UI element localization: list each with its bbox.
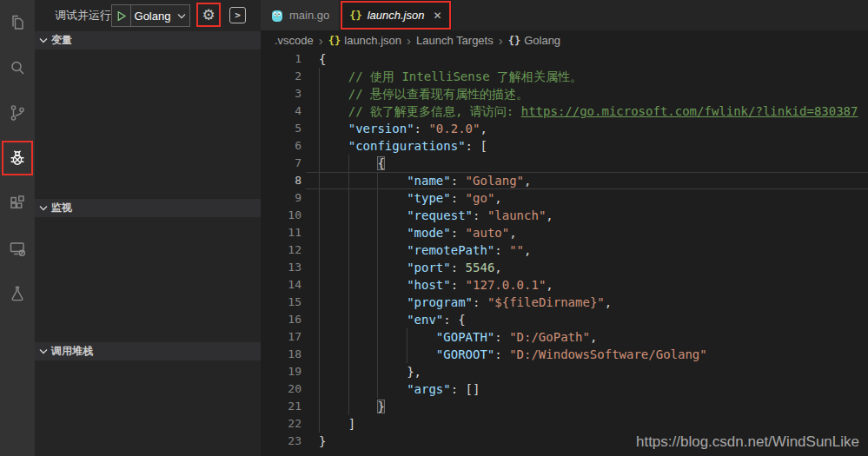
sidebar-item-extensions[interactable]: [0, 181, 35, 226]
debug-bug-icon: [7, 148, 28, 169]
breadcrumb-item-golang[interactable]: {} Golang: [508, 34, 560, 47]
line-number[interactable]: 17: [261, 328, 301, 346]
activity-bar: [0, 0, 35, 456]
breadcrumb-item-vscode[interactable]: .vscode: [275, 34, 314, 47]
indent-guide: [377, 207, 378, 224]
line-number[interactable]: 2: [261, 68, 301, 85]
indent-guide: [348, 311, 349, 328]
line-number[interactable]: 23: [261, 433, 301, 450]
code-line[interactable]: 9 "type": "go",: [261, 189, 868, 207]
line-number[interactable]: 15: [261, 294, 301, 311]
gear-icon[interactable]: ⚙: [202, 8, 215, 23]
section-header-variables[interactable]: 变量: [35, 31, 261, 50]
line-number[interactable]: 16: [261, 311, 301, 328]
breadcrumb-item-launch-targets[interactable]: Launch Targets: [416, 34, 494, 47]
line-content: "GOPATH": "D:/GoPath",: [301, 328, 868, 346]
code-line[interactable]: 5 "version": "0.2.0",: [261, 120, 868, 137]
chevron-down-icon: [39, 37, 48, 43]
code-text: }: [319, 400, 385, 413]
indent-guide: [377, 363, 378, 380]
line-number[interactable]: 8: [261, 172, 301, 189]
line-number[interactable]: 14: [261, 276, 301, 294]
indent-guide: [348, 398, 349, 415]
tab-main-go[interactable]: main.go: [261, 0, 340, 30]
line-number[interactable]: 6: [261, 137, 301, 155]
code-line[interactable]: 12 "remotePath": "",: [261, 241, 868, 259]
code-line[interactable]: 14 "host": "127.0.0.1",: [261, 276, 868, 294]
code-line[interactable]: 10 "request": "launch",: [261, 207, 868, 224]
code-line[interactable]: 19 },: [261, 363, 868, 380]
line-number[interactable]: 21: [261, 398, 301, 415]
code-token: "${fileDirname}": [487, 295, 605, 309]
code-line[interactable]: 3 // 悬停以查看现有属性的描述。: [261, 85, 868, 102]
code-line[interactable]: 11 "mode": "auto",: [261, 224, 868, 241]
sidebar-item-run-and-debug[interactable]: [0, 135, 35, 181]
sidebar-item-search[interactable]: [0, 45, 35, 90]
sidebar-item-remote-explorer[interactable]: [0, 226, 35, 271]
code-line[interactable]: 17 "GOPATH": "D:/GoPath",: [261, 328, 868, 346]
sidebar-item-explorer[interactable]: [0, 0, 35, 45]
section-header-watch[interactable]: 监视: [35, 199, 261, 217]
code-token: "args": [407, 382, 451, 396]
line-number[interactable]: 12: [261, 241, 301, 259]
line-number[interactable]: 11: [261, 224, 301, 241]
sidebar-item-testing[interactable]: [0, 271, 35, 316]
code-line[interactable]: 15 "program": "${fileDirname}",: [261, 294, 868, 311]
code-line[interactable]: 21 }: [261, 398, 868, 415]
code-line[interactable]: 4 // 欲了解更多信息, 请访问: https://go.microsoft.…: [261, 102, 868, 120]
section-label: 监视: [51, 201, 72, 215]
line-number[interactable]: 10: [261, 207, 301, 224]
section-header-call-stack[interactable]: 调用堆栈: [35, 342, 261, 360]
line-number[interactable]: 1: [261, 50, 301, 68]
indent-guide: [348, 224, 349, 241]
code-token: :: [414, 122, 429, 135]
code-line[interactable]: 16 "env": {: [261, 311, 868, 328]
code-line[interactable]: 1{: [261, 50, 868, 68]
indent-guide: [319, 68, 320, 85]
line-number[interactable]: 18: [261, 346, 301, 363]
debug-config-dropdown[interactable]: Golang: [111, 4, 190, 27]
code-token: "127.0.0.1": [466, 278, 547, 292]
code-token: ,: [494, 261, 501, 274]
code-token: "env": [407, 313, 443, 327]
code-token: "auto": [466, 226, 510, 240]
json-braces-icon: {}: [328, 35, 341, 47]
code-text: "env": {: [319, 313, 466, 327]
line-number[interactable]: 9: [261, 189, 301, 207]
code-line[interactable]: 18 "GOROOT": "D:/WindowsSoftware/Golang": [261, 346, 868, 363]
play-icon: [116, 10, 127, 22]
code-text: "configurations": [: [319, 139, 487, 153]
code-token: :: [451, 278, 466, 292]
code-token: : [: [466, 139, 487, 153]
line-number[interactable]: 13: [261, 259, 301, 276]
start-debug-button[interactable]: [112, 5, 131, 26]
line-number[interactable]: 22: [261, 415, 301, 433]
code-line[interactable]: 20 "args": []: [261, 380, 868, 398]
line-number[interactable]: 5: [261, 120, 301, 137]
breadcrumb-item-launch-json[interactable]: {} launch.json: [328, 34, 401, 47]
tab-bar: main.go {} launch.json ✕: [261, 0, 868, 30]
close-icon[interactable]: ✕: [433, 10, 441, 22]
code-token: "": [509, 243, 524, 257]
indent-guide: [348, 346, 349, 363]
sidebar-item-source-control[interactable]: [0, 90, 35, 135]
line-number[interactable]: 4: [261, 102, 301, 120]
code-line[interactable]: 22 ]: [261, 415, 868, 433]
tab-launch-json[interactable]: {} launch.json ✕: [340, 0, 451, 30]
line-number[interactable]: 7: [261, 155, 301, 172]
debug-console-icon[interactable]: >: [229, 7, 246, 23]
code-token: {: [377, 156, 384, 170]
code-line[interactable]: 13 "port": 5546,: [261, 259, 868, 276]
code-token[interactable]: https://go.microsoft.com/fwlink/?linkid=…: [521, 104, 858, 118]
code-token: "remotePath": [407, 243, 494, 257]
line-number[interactable]: 3: [261, 85, 301, 102]
line-number[interactable]: 19: [261, 363, 301, 380]
line-content: "GOROOT": "D:/WindowsSoftware/Golang": [301, 346, 868, 363]
code-token: :: [473, 295, 487, 309]
line-number[interactable]: 20: [261, 380, 301, 398]
code-line[interactable]: 2 // 使用 IntelliSense 了解相关属性。: [261, 68, 868, 85]
code-text: "request": "launch",: [319, 208, 553, 222]
code-line[interactable]: 6 "configurations": [: [261, 137, 868, 155]
code-line[interactable]: 8 "name": "Golang",: [261, 172, 868, 189]
code-line[interactable]: 7 {: [261, 155, 868, 172]
